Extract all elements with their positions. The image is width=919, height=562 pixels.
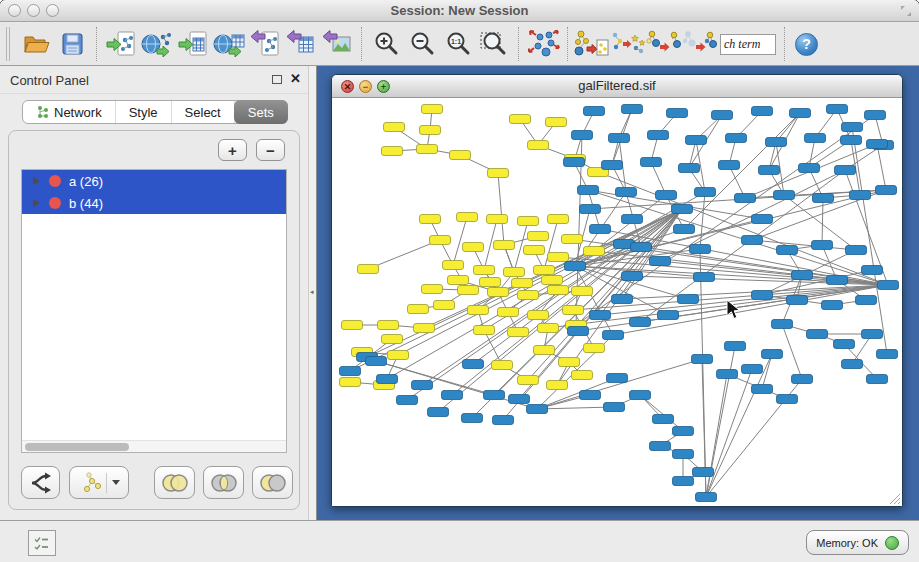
toolbar-separator [96, 27, 97, 61]
zoom-in-icon [371, 29, 401, 59]
resize-grip[interactable] [888, 492, 901, 505]
sets-toolbar [21, 466, 293, 499]
zoom-out-icon [407, 29, 437, 59]
venn-union-icon [161, 472, 189, 494]
expand-triangle-icon[interactable] [33, 199, 40, 207]
export-table-button[interactable] [283, 25, 319, 63]
control-panel-title: Control Panel [0, 66, 308, 88]
show-all-button[interactable] [682, 25, 718, 63]
zoom-actual-size-button[interactable]: 1:1 [440, 25, 476, 63]
svg-text:1:1: 1:1 [451, 38, 461, 45]
tab-label: Sets [248, 105, 274, 120]
difference-sets-button[interactable] [252, 466, 293, 499]
zoom-fit-selected-button[interactable] [476, 25, 512, 63]
intersect-sets-button[interactable] [203, 466, 244, 499]
control-panel-header: Control Panel ✕ [0, 66, 308, 94]
add-set-button[interactable]: + [218, 139, 247, 161]
apply-layout-button[interactable] [525, 25, 561, 63]
open-folder-icon [21, 29, 51, 59]
open-session-button[interactable] [18, 25, 54, 63]
tab-label: Select [185, 105, 221, 120]
new-network-from-selection-icon [574, 28, 610, 60]
import-network-web-button[interactable] [139, 25, 175, 63]
toolbar-separator [784, 27, 785, 61]
toolbar: 1:1 [0, 23, 919, 66]
button-divider [106, 473, 107, 493]
list-item[interactable]: b (44) [22, 192, 286, 214]
title-bar: Session: New Session [0, 0, 919, 22]
network-graph[interactable] [332, 99, 902, 506]
import-network-file-button[interactable] [103, 25, 139, 63]
set-dot-icon [49, 197, 61, 209]
save-session-button[interactable] [54, 25, 90, 63]
window-title: Session: New Session [0, 3, 919, 18]
toolbar-separator [361, 27, 362, 61]
panel-divider[interactable]: ◂ [308, 66, 317, 520]
export-image-icon [322, 29, 352, 59]
tab-select[interactable]: Select [172, 101, 235, 123]
import-network-web-icon [140, 29, 174, 59]
zoom-out-button[interactable] [404, 25, 440, 63]
select-neighbors-button[interactable] [610, 25, 646, 63]
control-panel-tabs: Network Style Select Sets [22, 100, 288, 124]
toolbar-separator [518, 27, 519, 61]
tab-style[interactable]: Style [116, 101, 172, 123]
network-window-title: galFiltered.sif [332, 78, 902, 93]
select-neighbors-icon [610, 28, 646, 60]
tab-sets[interactable]: Sets [234, 100, 288, 124]
scrollbar-thumb[interactable] [25, 443, 129, 451]
yellow-network-icon [79, 471, 103, 495]
zoom-actual-size-icon: 1:1 [443, 29, 473, 59]
desktop-area: ✕ − + galFiltered.sif [317, 66, 919, 520]
import-network-file-icon [106, 29, 136, 59]
memory-ok-indicator [885, 536, 899, 550]
collapse-handle-icon[interactable]: ◂ [310, 288, 314, 296]
search-input[interactable] [720, 34, 776, 55]
network-canvas[interactable] [332, 99, 902, 506]
horizontal-scrollbar[interactable] [22, 440, 286, 452]
list-item[interactable]: a (26) [22, 170, 286, 192]
import-table-file-button[interactable] [175, 25, 211, 63]
mouse-cursor-icon [726, 299, 740, 320]
venn-intersection-icon [210, 472, 238, 494]
export-network-icon [250, 29, 280, 59]
tab-label: Network [54, 105, 102, 120]
float-panel-icon[interactable] [272, 75, 282, 84]
close-panel-icon[interactable]: ✕ [290, 71, 301, 86]
memory-label: Memory: OK [816, 537, 878, 549]
hide-selected-button[interactable] [646, 25, 682, 63]
remove-set-button[interactable]: − [256, 139, 285, 161]
tab-label: Style [129, 105, 158, 120]
split-set-button[interactable] [21, 466, 60, 499]
sets-list: a (26) b (44) [21, 169, 287, 453]
memory-status-button[interactable]: Memory: OK [806, 530, 909, 555]
export-image-button[interactable] [319, 25, 355, 63]
dropdown-caret-icon[interactable] [112, 480, 120, 485]
import-table-file-icon [178, 29, 208, 59]
set-label: b (44) [69, 196, 103, 211]
network-tab-icon [36, 105, 49, 119]
task-history-button[interactable] [28, 530, 56, 556]
network-view-window[interactable]: ✕ − + galFiltered.sif [331, 74, 903, 507]
control-panel: Control Panel ✕ Network Style Select Set… [0, 66, 308, 520]
tab-network[interactable]: Network [23, 101, 116, 123]
create-set-from-network-button[interactable] [69, 466, 129, 499]
export-table-icon [286, 29, 316, 59]
fullscreen-icon[interactable] [899, 4, 913, 18]
task-checklist-icon [33, 535, 51, 552]
split-arrows-icon [28, 471, 54, 495]
sets-panel: + − a (26) b (44) [8, 130, 300, 510]
import-table-web-button[interactable] [211, 25, 247, 63]
help-button[interactable]: ? [795, 33, 818, 56]
expand-triangle-icon[interactable] [33, 177, 40, 185]
new-network-from-selection-button[interactable] [574, 25, 610, 63]
zoom-in-button[interactable] [368, 25, 404, 63]
save-icon [57, 29, 87, 59]
network-window-titlebar[interactable]: ✕ − + galFiltered.sif [332, 75, 902, 98]
union-sets-button[interactable] [154, 466, 195, 499]
application-window: Session: New Session [0, 0, 919, 562]
toolbar-separator [567, 27, 568, 61]
import-table-web-icon [212, 29, 246, 59]
toolbar-drag-handle[interactable] [6, 27, 10, 61]
export-network-button[interactable] [247, 25, 283, 63]
